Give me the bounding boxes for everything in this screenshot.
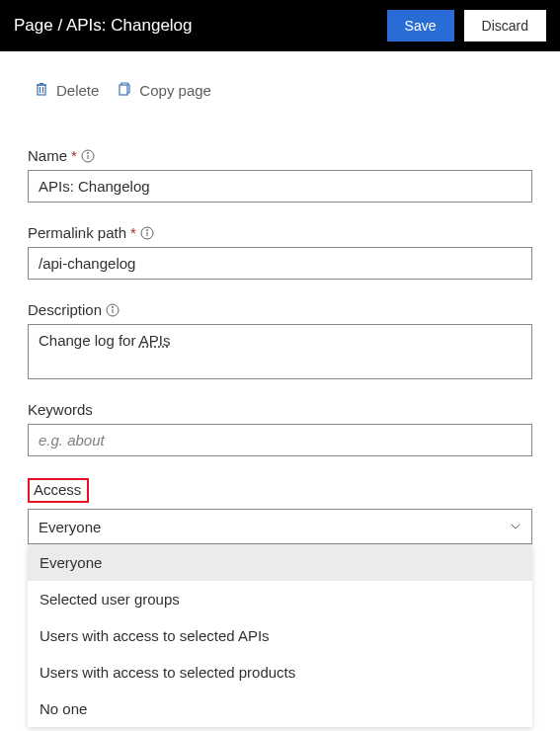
topbar: Page / APIs: Changelog Save Discard: [0, 0, 560, 51]
required-marker: *: [71, 147, 77, 164]
description-field: Description Change log for APIs: [28, 301, 532, 379]
info-icon[interactable]: [81, 149, 95, 163]
info-icon[interactable]: [140, 226, 154, 240]
access-selected-value: Everyone: [39, 519, 101, 535]
permalink-input[interactable]: [28, 247, 532, 280]
access-dropdown: Everyone Selected user groups Users with…: [28, 544, 532, 727]
page-title: Page / APIs: Changelog: [14, 16, 377, 36]
access-field: Access Everyone Everyone Selected user g…: [28, 478, 532, 544]
page-actions: Delete Copy page: [28, 81, 532, 100]
copy-page-button[interactable]: Copy page: [117, 81, 211, 100]
chevron-down-icon: [510, 521, 521, 532]
access-select[interactable]: Everyone: [28, 509, 532, 544]
keywords-input[interactable]: [28, 424, 532, 456]
description-label: Description: [28, 301, 532, 318]
svg-point-14: [113, 306, 114, 307]
delete-label: Delete: [56, 82, 99, 99]
svg-rect-0: [38, 85, 45, 95]
access-label-text: Access: [34, 481, 81, 498]
access-option[interactable]: Selected user groups: [28, 581, 532, 617]
copy-label: Copy page: [139, 82, 211, 99]
name-input[interactable]: [28, 170, 532, 203]
access-option[interactable]: Everyone: [28, 544, 532, 581]
permalink-label: Permalink path *: [28, 224, 532, 241]
access-option[interactable]: Users with access to selected APIs: [28, 617, 532, 654]
access-option[interactable]: Users with access to selected products: [28, 654, 532, 690]
permalink-label-text: Permalink path: [28, 224, 126, 241]
name-label-text: Name: [28, 147, 67, 164]
access-select-wrap: Everyone Everyone Selected user groups U…: [28, 509, 532, 544]
save-button[interactable]: Save: [387, 10, 454, 41]
keywords-label-text: Keywords: [28, 401, 93, 418]
form-content: Delete Copy page Name * Permalink path *: [0, 51, 560, 544]
access-label-highlight: Access: [28, 478, 89, 503]
access-option[interactable]: No one: [28, 690, 532, 727]
description-text: Change log for: [39, 332, 139, 349]
description-input[interactable]: Change log for APIs: [28, 324, 532, 379]
keywords-field: Keywords: [28, 401, 532, 456]
info-icon[interactable]: [106, 303, 120, 317]
svg-point-8: [87, 152, 88, 153]
copy-icon: [117, 81, 132, 100]
keywords-label: Keywords: [28, 401, 532, 418]
svg-point-11: [146, 229, 147, 230]
name-field: Name *: [28, 147, 532, 203]
permalink-field: Permalink path *: [28, 224, 532, 280]
svg-rect-5: [120, 85, 127, 95]
required-marker: *: [130, 224, 136, 241]
delete-button[interactable]: Delete: [34, 81, 99, 100]
description-label-text: Description: [28, 301, 102, 318]
trash-icon: [34, 81, 49, 100]
description-underlined: APIs: [139, 332, 171, 349]
name-label: Name *: [28, 147, 532, 164]
discard-button[interactable]: Discard: [464, 10, 546, 41]
